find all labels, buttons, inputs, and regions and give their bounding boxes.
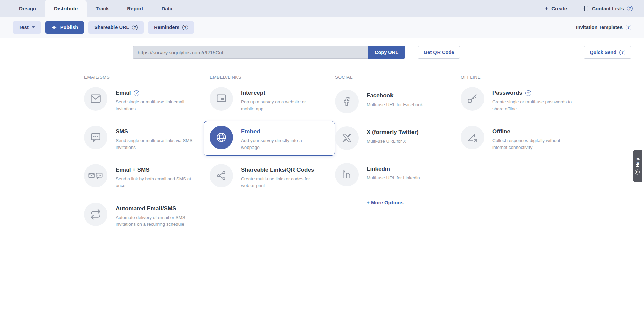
create-label: Create [551, 6, 567, 11]
channel-x-twitter[interactable]: X (formerly Twitter) Multi-use URL for X [329, 122, 461, 155]
contact-lists-help-icon[interactable] [627, 6, 633, 11]
invitation-templates-label: Invitation Templates [576, 25, 623, 30]
distribution-channels: EMAIL/SMS Email Send single or multi-use… [84, 75, 644, 236]
channel-desc: Send single or multi-use links via SMS i… [116, 137, 199, 151]
shareable-url-label: Shareable URL [94, 25, 129, 30]
reminders-button[interactable]: Reminders [148, 21, 194, 34]
offline-icon [461, 126, 484, 149]
passwords-key-icon [461, 87, 484, 111]
get-qr-code-button[interactable]: Get QR Code [418, 46, 460, 59]
help-tab[interactable]: Help [633, 150, 642, 182]
quick-send-help-icon[interactable] [619, 50, 625, 55]
column-social: SOCIAL Facebook Multi-use URL for Facebo… [335, 75, 461, 236]
channel-facebook[interactable]: Facebook Multi-use URL for Facebook [329, 85, 461, 118]
facebook-icon [335, 90, 359, 113]
channel-desc: Multi-use URL for Linkedin [367, 175, 420, 181]
nav-right-actions: + Create Contact Lists [545, 0, 644, 17]
channel-shareable-links-qr[interactable]: Shareable Links/QR Codes Create multi-us… [204, 159, 335, 194]
survey-url-input[interactable] [133, 46, 368, 59]
tab-distribute[interactable]: Distribute [45, 0, 87, 17]
tab-report[interactable]: Report [118, 0, 152, 17]
channel-desc: Send single or multi-use link email invi… [116, 99, 199, 113]
passwords-help-icon[interactable] [525, 90, 531, 96]
help-tab-label: Help [635, 158, 640, 167]
channel-title: Passwords [492, 90, 522, 96]
contact-lists-label: Contact Lists [592, 6, 624, 11]
quick-send-button[interactable]: Quick Send [584, 46, 631, 59]
channel-desc: Pop up a survey on a website or mobile a… [241, 99, 313, 113]
sms-icon [84, 126, 107, 149]
quick-send-label: Quick Send [590, 50, 616, 55]
copy-url-button[interactable]: Copy URL [368, 46, 405, 59]
automated-repeat-icon [84, 203, 107, 226]
channel-desc: Add your survey directly into a webpage [241, 137, 313, 151]
channel-title: Embed [241, 128, 260, 135]
channel-desc: Collect responses digitally without inte… [492, 137, 576, 151]
channel-title: Intercept [241, 90, 265, 96]
plus-icon: + [545, 5, 549, 12]
tab-data[interactable]: Data [152, 0, 182, 17]
channel-title: Linkedin [367, 166, 390, 172]
embed-globe-icon [210, 126, 233, 149]
tab-track[interactable]: Track [87, 0, 118, 17]
channel-desc: Automate delivery of email or SMS invita… [116, 214, 199, 228]
create-button[interactable]: + Create [545, 5, 567, 12]
channel-title: Email + SMS [116, 167, 150, 173]
url-group: Copy URL [133, 46, 405, 59]
publish-toolbar: Test Publish Shareable URL Reminders Inv… [0, 17, 644, 38]
publish-label: Publish [60, 25, 78, 30]
send-icon [51, 25, 57, 30]
invitation-templates-link[interactable]: Invitation Templates [576, 25, 631, 30]
channel-email-plus-sms[interactable]: Email + SMS Send a link by both email an… [78, 159, 210, 194]
column-embed-links: EMBED/LINKS Intercept Pop up a survey on… [210, 75, 335, 236]
column-header: EMAIL/SMS [84, 75, 210, 80]
x-twitter-icon [335, 126, 359, 150]
top-nav: Design Distribute Track Report Data + Cr… [0, 0, 644, 17]
channel-intercept[interactable]: Intercept Pop up a survey on a website o… [204, 82, 335, 117]
reminders-label: Reminders [154, 25, 179, 30]
channel-desc: Multi-use URL for X [367, 138, 419, 145]
channel-automated-email-sms[interactable]: Automated Email/SMS Automate delivery of… [78, 198, 210, 233]
channel-title: Offline [492, 128, 510, 135]
column-header: EMBED/LINKS [210, 75, 335, 80]
email-help-icon[interactable] [134, 90, 139, 96]
survey-url-row: Copy URL Get QR Code Quick Send [0, 38, 644, 59]
channel-offline[interactable]: Offline Collect responses digitally with… [455, 121, 586, 156]
test-dropdown[interactable]: Test [13, 21, 41, 34]
channel-email[interactable]: Email Send single or multi-use link emai… [78, 82, 210, 117]
channel-desc: Create single or multi-use passwords to … [492, 99, 576, 113]
chevron-down-icon [32, 26, 35, 28]
channel-title: Email [116, 90, 131, 96]
shareable-url-button[interactable]: Shareable URL [88, 21, 144, 34]
channel-title: Automated Email/SMS [116, 205, 176, 212]
intercept-window-icon [210, 87, 233, 111]
linkedin-icon [335, 163, 359, 186]
channel-title: SMS [116, 128, 128, 135]
help-question-icon [635, 170, 640, 175]
email-plus-sms-icon [84, 164, 107, 187]
channel-desc: Create multi-use links or codes for web … [241, 176, 313, 190]
channel-desc: Multi-use URL for Facebook [367, 101, 423, 108]
shareable-url-help-icon[interactable] [132, 25, 138, 30]
publish-button[interactable]: Publish [45, 21, 84, 34]
column-header: OFFLINE [461, 75, 586, 80]
contact-book-icon [583, 5, 589, 12]
column-header: SOCIAL [335, 75, 461, 80]
channel-linkedin[interactable]: Linkedin Multi-use URL for Linkedin [329, 158, 461, 191]
channel-passwords[interactable]: Passwords Create single or multi-use pas… [455, 82, 586, 117]
column-email-sms: EMAIL/SMS Email Send single or multi-use… [84, 75, 210, 236]
invitation-templates-help-icon[interactable] [626, 25, 631, 30]
column-offline: OFFLINE Passwords Create single or multi… [461, 75, 586, 236]
channel-sms[interactable]: SMS Send single or multi-use links via S… [78, 121, 210, 156]
channel-title: Facebook [367, 92, 393, 99]
more-options-link[interactable]: + More Options [367, 200, 404, 205]
channel-embed-selected[interactable]: Embed Add your survey directly into a we… [204, 121, 335, 156]
channel-title: X (formerly Twitter) [367, 129, 419, 136]
email-icon [84, 87, 107, 111]
share-icon [210, 164, 233, 187]
channel-title: Shareable Links/QR Codes [241, 167, 314, 173]
channel-desc: Send a link by both email and SMS at onc… [116, 176, 199, 190]
reminders-help-icon[interactable] [182, 25, 188, 30]
contact-lists-button[interactable]: Contact Lists [583, 5, 633, 12]
tab-design[interactable]: Design [10, 0, 45, 17]
